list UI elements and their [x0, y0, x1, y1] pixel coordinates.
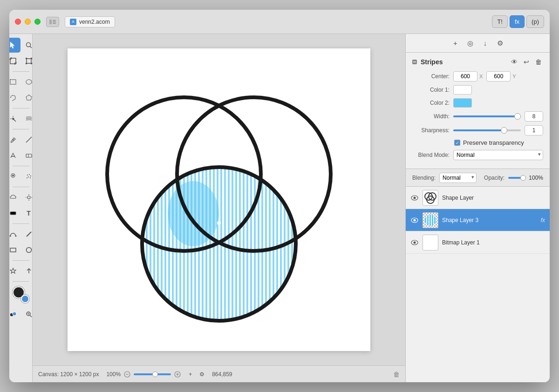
blend-mode-row: Blend Mode: Normal Multiply Screen Overl…: [412, 150, 543, 160]
crop-tool[interactable]: [9, 54, 20, 68]
svg-marker-51: [10, 268, 16, 273]
pen-tool[interactable]: [9, 132, 20, 147]
eye-button[interactable]: ◎: [465, 38, 476, 49]
width-slider[interactable]: [453, 112, 521, 121]
download-button[interactable]: ↓: [480, 38, 491, 49]
opacity-label: Opacity:: [484, 175, 504, 181]
maximize-button[interactable]: [34, 19, 41, 25]
svg-rect-44: [10, 212, 16, 215]
format-tool-button[interactable]: T!: [492, 15, 508, 28]
svg-point-5: [26, 43, 30, 47]
blending-select[interactable]: Normal Multiply Screen: [439, 173, 477, 183]
svg-rect-1: [53, 20, 56, 21]
bezier-tool[interactable]: [9, 227, 20, 242]
opacity-slider[interactable]: [508, 177, 525, 179]
svg-rect-17: [10, 80, 16, 84]
svg-point-69: [217, 221, 221, 225]
status-plus[interactable]: +: [189, 371, 192, 378]
layer-item-shape-layer-3[interactable]: Shape Layer 3 fx: [406, 209, 550, 231]
p-tool-label: (p): [532, 18, 539, 25]
layer-visibility-shape-layer-3[interactable]: [410, 216, 419, 224]
opacity-value: 100%: [529, 175, 543, 181]
add-filter-button[interactable]: +: [450, 38, 461, 49]
preserve-transparency-checkbox[interactable]: ✓: [454, 140, 460, 146]
document-tab[interactable]: A venn2.acorn: [65, 16, 115, 27]
filter-eye-icon[interactable]: 👁: [510, 57, 519, 67]
layer-name-shape-layer: Shape Layer: [442, 195, 545, 201]
filter-title-row: Stripes: [412, 58, 443, 66]
svg-rect-29: [26, 154, 32, 157]
filter-header: Stripes 👁 ↩ 🗑: [412, 57, 543, 67]
center-label: Center:: [412, 73, 450, 80]
layer-visibility-bitmap-layer-1[interactable]: [410, 238, 419, 247]
zoom-slider[interactable]: [134, 373, 171, 375]
svg-line-48: [27, 232, 31, 237]
svg-point-83: [414, 219, 416, 221]
svg-rect-49: [10, 248, 16, 252]
minimize-button[interactable]: [25, 19, 31, 25]
preserve-transparency-row: ✓ Preserve transparency: [412, 139, 543, 146]
svg-point-54: [13, 312, 16, 316]
cloud-shape-tool[interactable]: [9, 190, 20, 205]
layer-name-shape-layer-3: Shape Layer 3: [442, 217, 537, 223]
layer-name-bitmap-layer-1: Bitmap Layer 1: [442, 239, 545, 246]
zoom-controls[interactable]: 100%: [106, 371, 181, 378]
p-tool-button[interactable]: (p): [526, 15, 544, 28]
document-icon: A: [70, 19, 76, 25]
zoom-in-icon[interactable]: [174, 371, 181, 378]
fg-bg-swap-tool[interactable]: [9, 307, 20, 322]
close-button[interactable]: [15, 19, 21, 25]
color2-row: Color 2:: [412, 98, 543, 108]
magic-wand-tool[interactable]: [9, 111, 20, 126]
layer-item-shape-layer[interactable]: Shape Layer: [406, 187, 550, 209]
paint-tool[interactable]: [9, 148, 20, 163]
color1-swatch[interactable]: [453, 85, 472, 95]
layer-thumb-shape-layer-3: [423, 212, 438, 228]
color-picker[interactable]: [13, 286, 29, 303]
layers-panel: Shape Layer: [406, 187, 550, 382]
zoom-value: 100%: [106, 371, 121, 378]
svg-point-35: [30, 176, 31, 176]
sharpness-row: Sharpness: 1: [412, 125, 543, 135]
gradient-tool[interactable]: [9, 206, 20, 221]
svg-point-47: [15, 236, 16, 237]
width-value[interactable]: 8: [525, 111, 543, 122]
trash-icon[interactable]: 🗑: [393, 371, 400, 378]
zoom-out-icon[interactable]: [123, 371, 131, 378]
rect-shape-tool[interactable]: [9, 243, 20, 257]
select-tool[interactable]: [9, 38, 20, 53]
collapse-icon[interactable]: [412, 60, 417, 64]
svg-line-56: [30, 315, 32, 317]
fx-tool-button[interactable]: fx: [510, 15, 525, 28]
svg-marker-19: [26, 95, 32, 100]
color2-swatch[interactable]: [453, 98, 472, 108]
lasso-tool[interactable]: [9, 90, 20, 105]
center-y-input[interactable]: [486, 71, 511, 81]
center-y-box: Y: [486, 71, 516, 81]
blend-mode-select[interactable]: Normal Multiply Screen Overlay: [453, 150, 543, 160]
toolbar-right: T! fx (p): [492, 15, 544, 28]
sharpness-slider[interactable]: [453, 126, 521, 135]
center-x-input[interactable]: [453, 71, 477, 81]
sidebar-toggle-button[interactable]: [46, 17, 59, 27]
svg-point-18: [26, 80, 32, 84]
color2-label: Color 2:: [412, 100, 450, 106]
status-gear[interactable]: ⚙: [199, 371, 205, 378]
color1-label: Color 1:: [412, 87, 450, 93]
rect-select-tool[interactable]: [9, 74, 20, 89]
layer-visibility-shape-layer[interactable]: [410, 194, 419, 202]
canvas-container[interactable]: [33, 34, 405, 365]
filter-trash-icon[interactable]: 🗑: [534, 57, 543, 67]
star-tool[interactable]: [9, 264, 20, 278]
y-axis-label: Y: [512, 74, 516, 79]
layer-thumb-bitmap-layer-1: [423, 235, 438, 250]
main-content: T: [9, 34, 550, 382]
canvas[interactable]: [68, 48, 370, 351]
sharpness-value[interactable]: 1: [525, 125, 543, 135]
filter-undo-icon[interactable]: ↩: [522, 57, 531, 67]
titlebar: A venn2.acorn T! fx (p): [9, 10, 550, 34]
x-axis-label: X: [479, 74, 483, 79]
gear-button[interactable]: ⚙: [495, 38, 506, 49]
stamp-tool[interactable]: [9, 169, 20, 184]
layer-item-bitmap-layer-1[interactable]: Bitmap Layer 1: [406, 231, 550, 254]
